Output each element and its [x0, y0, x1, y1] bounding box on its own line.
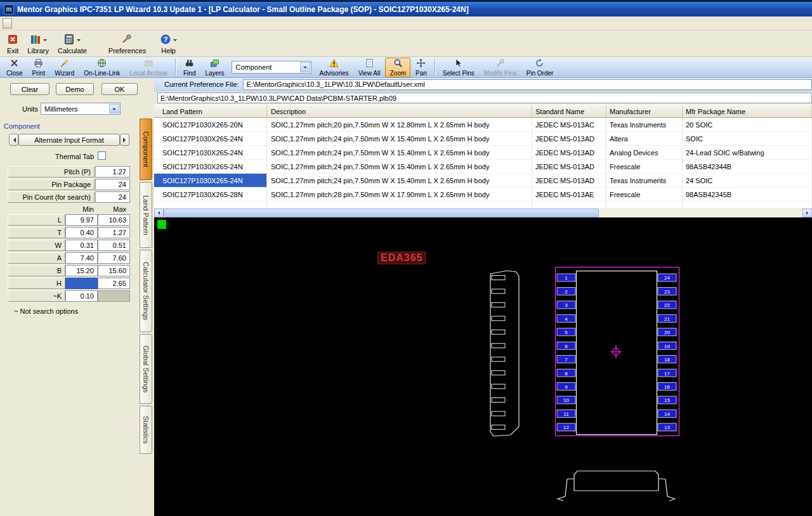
- table-row-clipped[interactable]: [154, 202, 812, 209]
- wizard-button[interactable]: Wizard: [50, 58, 79, 77]
- dim-W-min-input[interactable]: 0.31: [65, 240, 98, 251]
- column-header-land-pattern[interactable]: Land Pattern: [154, 105, 267, 117]
- cell-manufacturer[interactable]: Altera: [606, 132, 683, 146]
- calculate-dropdown-arrow[interactable]: [77, 39, 81, 43]
- ok-button[interactable]: OK: [102, 83, 138, 95]
- cell-standard-name[interactable]: JEDEC MS-013AD: [532, 146, 606, 160]
- table-row[interactable]: SOIC127P1030X265-24N SOIC,1.27mm pitch;2…: [154, 160, 812, 174]
- cell-manufacturer[interactable]: Texas Instruments: [606, 118, 683, 132]
- demo-button[interactable]: Demo: [56, 83, 94, 95]
- pan-button[interactable]: Pan: [411, 58, 431, 77]
- tab-statistics[interactable]: Statistics: [140, 406, 152, 454]
- thermal-tab-checkbox[interactable]: [98, 152, 106, 160]
- table-row[interactable]: SOIC127P1030X265-20N SOIC,1.27mm pitch;2…: [154, 118, 812, 132]
- cell-mfr-package-name[interactable]: 24-Lead SOIC w/Batwing: [683, 146, 812, 160]
- cell-standard-name[interactable]: JEDEC MS-013AC: [532, 118, 606, 132]
- library-button[interactable]: Library: [23, 32, 53, 56]
- cell-land-pattern[interactable]: SOIC127P1030X265-24N: [154, 132, 267, 146]
- modify-pins-button[interactable]: Modify Pins: [480, 58, 521, 77]
- cell-manufacturer[interactable]: Freescale: [606, 160, 683, 174]
- dim-L-max-input[interactable]: 10.63: [98, 214, 130, 226]
- cell-description[interactable]: SOIC,1.27mm pitch;24 pin,7.50mm W X 15.4…: [267, 174, 532, 188]
- layout-canvas[interactable]: EDA365 124223322421520619718817916101511…: [154, 217, 812, 516]
- scroll-left-button[interactable]: [154, 209, 164, 217]
- dim-H-max-input[interactable]: 2.65: [98, 278, 130, 289]
- cell-mfr-package-name[interactable]: 98ASB42345B: [683, 188, 812, 202]
- mdi-child-icon[interactable]: [3, 18, 12, 29]
- cell-description[interactable]: SOIC,1.27mm pitch;24 pin,7.50mm W X 15.4…: [267, 160, 532, 174]
- table-row-selected[interactable]: SOIC127P1030X265-24N SOIC,1.27mm pitch;2…: [154, 174, 812, 188]
- units-dropdown-button[interactable]: [109, 104, 119, 113]
- column-header-manufacturer[interactable]: Manufacturer: [606, 105, 683, 117]
- cell-mfr-package-name[interactable]: 20 SOIC: [683, 118, 812, 132]
- pin-order-button[interactable]: Pin Order: [522, 58, 558, 77]
- column-header-description[interactable]: Description: [267, 105, 532, 117]
- dim-T-max-input[interactable]: 1.27: [98, 227, 130, 238]
- table-row[interactable]: SOIC127P1030X265-28N SOIC,1.27mm pitch;2…: [154, 188, 812, 202]
- dim-A-min-input[interactable]: 7.40: [65, 252, 98, 264]
- calculate-button[interactable]: Calculate: [53, 32, 91, 56]
- cell-standard-name[interactable]: JEDEC MS-013AE: [532, 188, 606, 202]
- scrollbar-thumb[interactable]: [164, 209, 599, 217]
- layers-button[interactable]: Layers: [200, 58, 228, 77]
- cell-mfr-package-name[interactable]: 98ASB42344B: [683, 160, 812, 174]
- cell-standard-name[interactable]: JEDEC MS-013AD: [532, 160, 606, 174]
- select-pins-button[interactable]: Select Pins: [438, 58, 479, 77]
- cell-land-pattern[interactable]: SOIC127P1030X265-24N: [154, 160, 267, 174]
- tab-land-pattern[interactable]: Land Pattern: [140, 182, 152, 248]
- cell-description[interactable]: SOIC,1.27mm pitch;28 pin,7.50mm W X 17.9…: [267, 188, 532, 202]
- cell-mfr-package-name[interactable]: [683, 202, 812, 209]
- cell-standard-name[interactable]: JEDEC MS-013AD: [532, 132, 606, 146]
- component-combobox[interactable]: Component: [232, 61, 311, 74]
- scroll-right-button[interactable]: [802, 209, 812, 217]
- cell-standard-name[interactable]: [532, 202, 606, 209]
- table-row[interactable]: SOIC127P1030X265-24N SOIC,1.27mm pitch;2…: [154, 132, 812, 146]
- cell-land-pattern[interactable]: [154, 202, 267, 209]
- units-select[interactable]: Millimeters: [41, 103, 121, 115]
- cell-land-pattern-selected[interactable]: SOIC127P1030X265-24N: [154, 174, 267, 188]
- cell-land-pattern[interactable]: SOIC127P1030X265-24N: [154, 146, 267, 160]
- advisories-button[interactable]: Advisories: [315, 58, 353, 77]
- table-row[interactable]: SOIC127P1030X265-24N SOIC,1.27mm pitch;2…: [154, 146, 812, 160]
- dim-T-min-input[interactable]: 0.40: [65, 227, 98, 238]
- exit-button[interactable]: Exit: [3, 32, 23, 56]
- pitch-input[interactable]: 1.27: [95, 166, 130, 177]
- preferences-button[interactable]: Preferences: [104, 32, 150, 56]
- cell-manufacturer[interactable]: [606, 202, 683, 209]
- dim-L-min-input[interactable]: 9.97: [65, 214, 98, 226]
- column-header-standard-name[interactable]: Standard Name: [532, 105, 606, 117]
- scrollbar-track[interactable]: [599, 209, 802, 217]
- cell-description[interactable]: [267, 202, 532, 209]
- print-button[interactable]: Print: [28, 58, 50, 77]
- dim-H-min-input[interactable]: [65, 278, 98, 289]
- cell-land-pattern[interactable]: SOIC127P1030X265-20N: [154, 118, 267, 132]
- view-all-button[interactable]: View All: [354, 58, 385, 77]
- cell-manufacturer[interactable]: Freescale: [606, 188, 683, 202]
- dim-A-max-input[interactable]: 7.60: [98, 252, 130, 264]
- dim-K-max-input[interactable]: [98, 290, 130, 302]
- cell-mfr-package-name[interactable]: SOIC: [683, 132, 812, 146]
- find-button[interactable]: Find: [179, 58, 200, 77]
- combobox-dropdown-button[interactable]: [300, 62, 310, 72]
- preference-file-input[interactable]: E:\MentorGraphics\10.3_1LPW\10.3LPW\Defa…: [243, 79, 812, 90]
- tab-calculator-settings[interactable]: Calculator Settings: [140, 250, 152, 332]
- column-header-mfr-package-name[interactable]: Mfr Package Name: [683, 105, 812, 117]
- alternate-input-format-button[interactable]: Alternate Input Format: [18, 134, 120, 146]
- pin-package-input[interactable]: 24: [95, 179, 130, 190]
- tab-global-settings[interactable]: Global Settings: [140, 334, 152, 404]
- horizontal-scrollbar[interactable]: [154, 209, 812, 217]
- dim-K-min-input[interactable]: 0.10: [65, 290, 98, 302]
- cell-standard-name[interactable]: JEDEC MS-013AD: [532, 174, 606, 188]
- clear-button[interactable]: Clear: [10, 83, 49, 95]
- help-dropdown-arrow[interactable]: [173, 39, 177, 43]
- zoom-button[interactable]: Zoom: [385, 58, 410, 77]
- library-dropdown-arrow[interactable]: [43, 39, 47, 43]
- tab-component[interactable]: Component: [140, 119, 152, 180]
- cell-description[interactable]: SOIC,1.27mm pitch;20 pin,7.50mm W X 12.8…: [267, 118, 532, 132]
- dim-B-max-input[interactable]: 15.60: [98, 265, 130, 276]
- close-button[interactable]: Close: [2, 58, 27, 77]
- pin-count-input[interactable]: 24: [95, 191, 130, 203]
- alt-format-next-button[interactable]: [120, 134, 129, 146]
- dim-W-max-input[interactable]: 0.51: [98, 240, 130, 251]
- cell-manufacturer[interactable]: Analog Devices: [606, 146, 683, 160]
